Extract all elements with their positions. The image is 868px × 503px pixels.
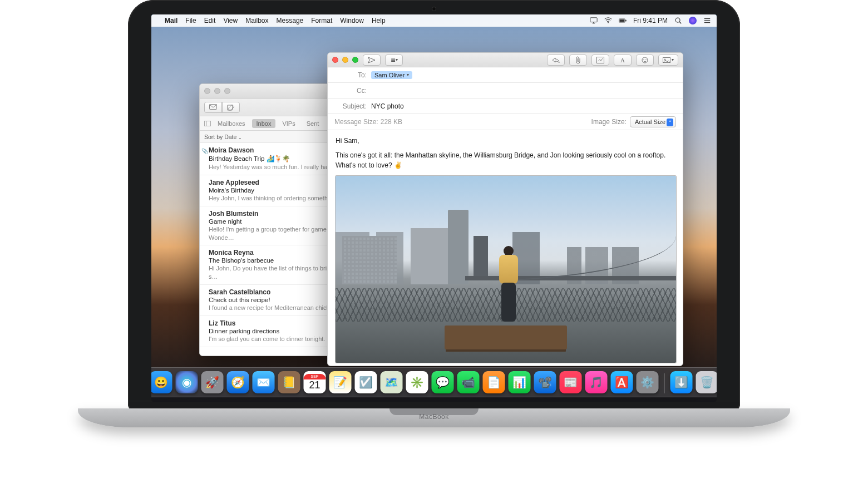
- message-from: Liz Titus: [209, 319, 235, 327]
- dock-pages[interactable]: 📄: [483, 371, 505, 393]
- message-from: Jane Appleseed: [209, 179, 259, 186]
- menu-window[interactable]: Window: [340, 17, 364, 24]
- dock-finder[interactable]: 😀: [151, 371, 172, 393]
- to-label: To:: [334, 71, 367, 79]
- window-minimize-button[interactable]: [214, 88, 220, 94]
- dock-preferences[interactable]: ⚙️: [637, 371, 659, 393]
- message-body[interactable]: Hi Sam, This one's got it all: the Manha…: [328, 130, 683, 366]
- attach-button[interactable]: [569, 55, 587, 66]
- subject-field[interactable]: NYC photo: [371, 102, 404, 110]
- svg-rect-0: [590, 18, 597, 22]
- photo-browser-button[interactable]: ▾: [658, 55, 678, 66]
- dock-numbers[interactable]: 📊: [509, 371, 531, 393]
- message-from: Josh Blumstein: [209, 210, 258, 218]
- tab-sent[interactable]: Sent: [302, 119, 324, 128]
- window-close-button[interactable]: [332, 57, 338, 63]
- dock-launchpad[interactable]: 🚀: [201, 371, 224, 393]
- cc-label: Cc:: [334, 87, 367, 95]
- dock-maps[interactable]: 🗺️: [381, 371, 403, 393]
- svg-rect-3: [619, 19, 624, 22]
- dock-notes[interactable]: 📝: [329, 371, 352, 393]
- compose-window[interactable]: ≣ ▾ A ▾ To: Sam Oliver Cc: [327, 52, 683, 366]
- dock-safari[interactable]: 🧭: [227, 371, 249, 393]
- svg-point-20: [642, 57, 648, 63]
- spotlight-icon[interactable]: [674, 17, 682, 24]
- notification-center-icon[interactable]: [703, 17, 711, 24]
- dock-messages[interactable]: 💬: [432, 371, 454, 393]
- window-close-button[interactable]: [204, 88, 210, 94]
- dock-facetime[interactable]: 📹: [457, 371, 480, 393]
- body-text: This one's got it all: the Manhattan sky…: [336, 150, 675, 170]
- menubar: Mail File Edit View Mailbox Message Form…: [151, 14, 717, 27]
- header-fields-button[interactable]: ≣ ▾: [385, 55, 403, 66]
- tab-mailboxes[interactable]: Mailboxes: [213, 119, 250, 128]
- format-button[interactable]: A: [614, 55, 632, 66]
- svg-rect-16: [205, 121, 211, 126]
- recipient-token[interactable]: Sam Oliver: [371, 71, 412, 79]
- svg-line-6: [679, 22, 681, 23]
- message-size-label: Message Size:: [334, 118, 378, 126]
- body-greeting: Hi Sam,: [336, 136, 675, 146]
- menu-message[interactable]: Message: [277, 17, 304, 24]
- dock-separator: [664, 373, 665, 393]
- attached-photo[interactable]: [336, 176, 676, 363]
- svg-point-1: [608, 22, 609, 23]
- emoji-button[interactable]: [636, 55, 654, 66]
- image-size-select[interactable]: Actual Size: [630, 116, 676, 127]
- message-from: Sarah Castelblanco: [209, 288, 270, 296]
- camera: [432, 7, 436, 11]
- svg-rect-10: [210, 104, 217, 109]
- tab-inbox[interactable]: Inbox: [252, 119, 276, 128]
- attachment-icon: 📎: [201, 148, 208, 154]
- siri-icon[interactable]: [689, 17, 697, 24]
- airplay-icon[interactable]: [590, 17, 598, 24]
- sort-menu[interactable]: Sort by Date ⌄: [204, 134, 242, 140]
- dock[interactable]: 😀◉🚀🧭✉️📒SEP21📝☑️🗺️✳️💬📹📄📊📽️📰🎵🅰️⚙️⬇️🗑️: [151, 367, 717, 397]
- dock-calendar[interactable]: SEP21: [304, 371, 326, 393]
- dock-reminders[interactable]: ☑️: [355, 371, 377, 393]
- clock[interactable]: Fri 9:41 PM: [633, 17, 668, 24]
- dock-keynote[interactable]: 📽️: [534, 371, 556, 393]
- dock-appstore[interactable]: 🅰️: [611, 371, 633, 393]
- markup-button[interactable]: [591, 55, 609, 66]
- menu-mailbox[interactable]: Mailbox: [245, 17, 268, 24]
- image-size-label: Image Size:: [591, 118, 627, 126]
- menu-format[interactable]: Format: [311, 17, 332, 24]
- svg-point-5: [675, 18, 680, 22]
- device-brand: MacBook: [419, 413, 449, 421]
- dock-trash[interactable]: 🗑️: [696, 371, 717, 393]
- menu-edit[interactable]: Edit: [204, 17, 216, 24]
- app-menu[interactable]: Mail: [165, 17, 177, 24]
- message-from: Monica Reyna: [209, 249, 254, 257]
- menu-view[interactable]: View: [223, 17, 238, 24]
- dock-downloads[interactable]: ⬇️: [670, 371, 693, 393]
- subject-label: Subject:: [334, 102, 367, 110]
- sidebar-toggle-icon[interactable]: [204, 121, 211, 126]
- menu-help[interactable]: Help: [372, 17, 386, 24]
- dock-news[interactable]: 📰: [560, 371, 582, 393]
- svg-point-21: [643, 59, 644, 60]
- svg-point-22: [645, 59, 646, 60]
- battery-icon[interactable]: [619, 17, 627, 24]
- reply-button[interactable]: [547, 55, 565, 66]
- dock-music[interactable]: 🎵: [585, 371, 608, 393]
- dock-contacts[interactable]: 📒: [278, 371, 300, 393]
- tab-vips[interactable]: VIPs: [278, 119, 299, 128]
- menu-file[interactable]: File: [185, 17, 196, 24]
- dock-siri[interactable]: ◉: [176, 371, 198, 393]
- compose-button[interactable]: [222, 102, 240, 113]
- window-zoom-button[interactable]: [352, 57, 358, 63]
- wifi-icon[interactable]: [604, 17, 612, 24]
- message-from: Moira Dawson: [209, 146, 254, 154]
- window-zoom-button[interactable]: [224, 88, 230, 94]
- get-mail-button[interactable]: [204, 102, 222, 113]
- dock-mail[interactable]: ✉️: [253, 371, 275, 393]
- window-minimize-button[interactable]: [342, 57, 348, 63]
- message-size-value: 228 KB: [381, 118, 402, 126]
- send-button[interactable]: [363, 55, 381, 66]
- svg-rect-4: [625, 20, 626, 22]
- dock-photos[interactable]: ✳️: [406, 371, 428, 393]
